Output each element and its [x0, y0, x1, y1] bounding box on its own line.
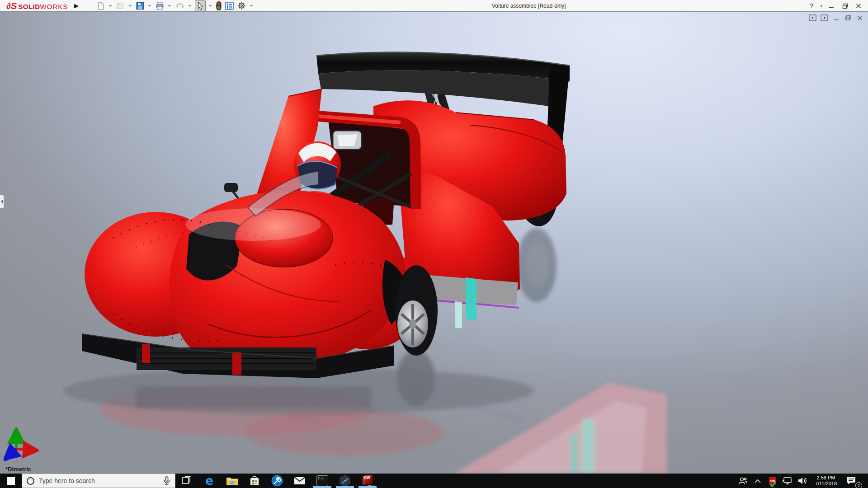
microphone-icon[interactable]: [163, 476, 170, 485]
undo-icon: [175, 2, 184, 10]
titlebar: ∂S SOLID WORKS ▶ Voiture: [0, 0, 868, 12]
open-icon: [116, 2, 125, 10]
taskbar-search[interactable]: [22, 474, 175, 488]
running-indicator: [359, 486, 377, 488]
people-button[interactable]: [737, 474, 749, 487]
volume-tray[interactable]: [797, 474, 808, 487]
taskbar-store[interactable]: [243, 474, 266, 488]
save-dropdown[interactable]: [148, 5, 151, 7]
taskbar-mail[interactable]: [288, 474, 311, 488]
document-window-controls: [809, 14, 863, 21]
windows-taskbar: e C:\_ SW 2017 SW: [0, 474, 868, 488]
running-indicator: [336, 486, 354, 488]
new-document-icon: [97, 2, 105, 10]
race-car-model[interactable]: [0, 12, 868, 474]
reference-triad: Y X Z: [4, 427, 39, 463]
people-icon: [738, 477, 747, 485]
print-dropdown[interactable]: [168, 5, 171, 7]
restore-button[interactable]: [838, 0, 852, 11]
brand-works: WORKS: [40, 3, 68, 10]
clock-date: 7/11/2018: [815, 481, 837, 487]
windows-logo-icon: [7, 477, 15, 485]
doc-restore-button[interactable]: [844, 14, 852, 21]
property-list-icon: [225, 2, 234, 10]
solidworks-logo: ∂S SOLID WORKS: [0, 1, 68, 10]
taskbar-command-prompt[interactable]: C:\_: [311, 474, 334, 488]
store-icon: [249, 475, 260, 486]
doc-minimize-button[interactable]: [832, 14, 840, 21]
system-tray: SW 2:58 PM 7/11/2018 2: [737, 474, 868, 488]
options-button[interactable]: [236, 0, 247, 11]
file-explorer-icon: [226, 476, 238, 486]
wrench-circle-icon: [271, 475, 283, 487]
undo-button[interactable]: [175, 0, 185, 11]
taskbar-edge[interactable]: e: [198, 474, 221, 488]
start-button[interactable]: [0, 474, 22, 488]
front-wheel: [395, 265, 438, 356]
edge-icon: e: [205, 475, 213, 487]
window-title: Voiture assomblee [Read-only]: [492, 0, 566, 12]
green-check-icon: [770, 482, 776, 487]
solidworks-monitor-tray[interactable]: SW: [767, 474, 778, 487]
dassault-logo-icon: ∂S: [6, 1, 17, 10]
solidworks-2017-icon: SW 2017: [362, 475, 373, 487]
close-button[interactable]: [852, 0, 865, 11]
task-view-icon: [181, 475, 192, 486]
taskbar-file-explorer[interactable]: [221, 474, 243, 488]
clock-time: 2:58 PM: [815, 475, 837, 481]
sw-tray-badge: SW: [769, 477, 776, 484]
menu-flyout-arrow[interactable]: ▶: [71, 1, 81, 11]
mirror: [333, 131, 362, 150]
ethernet-icon: [783, 477, 793, 485]
select-arrow-button[interactable]: [195, 0, 206, 11]
search-input[interactable]: [39, 477, 159, 484]
save-icon: [136, 2, 144, 10]
undo-dropdown[interactable]: [188, 5, 192, 7]
task-view-button[interactable]: [175, 474, 198, 488]
taskbar-clock[interactable]: 2:58 PM 7/11/2018: [811, 475, 840, 487]
new-dropdown[interactable]: [108, 5, 112, 7]
select-arrow-icon: [196, 2, 204, 10]
view-orientation-label: *Dimetric: [5, 466, 31, 473]
brand-solid: SOLID: [18, 3, 40, 10]
network-tray[interactable]: [782, 474, 793, 487]
feature-pane-divider: [4, 12, 4, 474]
command-prompt-icon: C:\_: [316, 475, 328, 486]
options-dropdown[interactable]: [250, 5, 253, 7]
open-button[interactable]: [115, 0, 126, 11]
doc-close-button[interactable]: [856, 14, 863, 21]
feature-pane-tab[interactable]: [0, 195, 4, 208]
print-button[interactable]: [155, 0, 165, 11]
open-dropdown[interactable]: [128, 5, 132, 7]
window-controls: ? ▾: [805, 0, 865, 12]
select-dropdown[interactable]: [208, 5, 212, 7]
pane-right-button[interactable]: [821, 14, 828, 21]
taskbar-solidworks[interactable]: SW 2017: [356, 474, 379, 488]
cortana-icon: [27, 477, 34, 485]
gear-icon: [237, 1, 246, 10]
pane-left-button[interactable]: [809, 14, 816, 21]
action-center-button[interactable]: 2: [844, 474, 859, 487]
running-indicator: [313, 486, 331, 488]
save-button[interactable]: [135, 0, 145, 11]
triad-z-label: Z: [5, 456, 8, 462]
print-icon: [156, 2, 164, 10]
action-center-icon: [846, 476, 856, 485]
taskbar-get-help[interactable]: [266, 474, 288, 488]
mail-icon: [294, 476, 306, 485]
minimize-button[interactable]: [825, 0, 838, 11]
new-document-button[interactable]: [96, 0, 106, 11]
triad-x-label: X: [35, 448, 38, 453]
graphics-viewport[interactable]: Y X Z *Dimetric: [0, 12, 868, 474]
triad-y-label: Y: [15, 427, 19, 433]
chevron-up-icon: [755, 479, 761, 483]
help-dropdown[interactable]: ▾: [818, 0, 825, 11]
help-button[interactable]: ?: [805, 0, 818, 11]
rebuild-button[interactable]: [215, 0, 222, 11]
taskbar-hexagon-app[interactable]: [334, 474, 356, 488]
notification-badge: 2: [855, 482, 862, 488]
car-body[interactable]: [82, 52, 570, 378]
display-settings-button[interactable]: [224, 0, 235, 11]
hidden-icons-chevron[interactable]: [752, 474, 764, 487]
traffic-light-icon: [216, 1, 222, 10]
